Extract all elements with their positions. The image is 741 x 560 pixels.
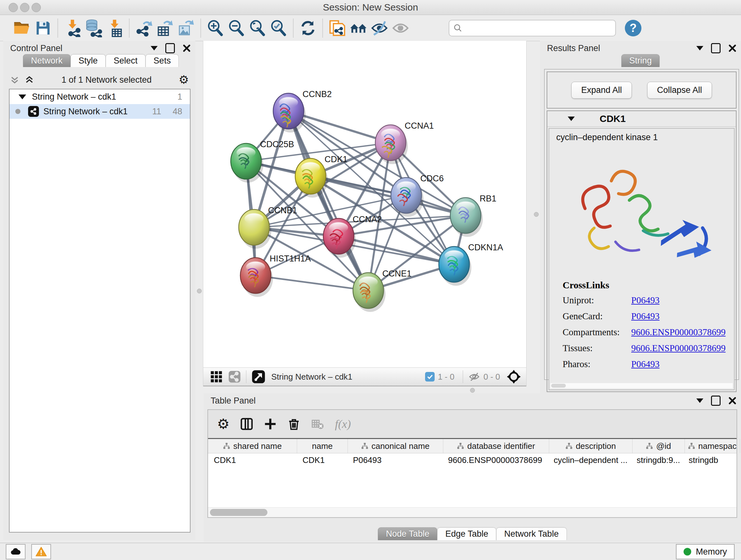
close-panel-icon[interactable] <box>183 44 191 52</box>
zoom-selected-button[interactable] <box>268 17 289 39</box>
crosslink-link[interactable]: P06493 <box>631 295 660 306</box>
delete-column-icon[interactable] <box>287 418 300 430</box>
table-tab-edge-table[interactable]: Edge Table <box>437 527 496 540</box>
birds-eye-view-icon[interactable] <box>507 369 521 384</box>
column-header-description[interactable]: description <box>549 439 632 453</box>
collapse-all-button[interactable]: Collapse All <box>647 82 712 99</box>
cloud-status-button[interactable] <box>6 544 25 559</box>
selected-checkbox-icon[interactable] <box>425 372 434 381</box>
control-tab-select[interactable]: Select <box>106 54 145 67</box>
main-toolbar: ? <box>0 15 741 41</box>
import-network-from-database-button[interactable] <box>83 17 104 39</box>
crosslink-link[interactable]: P06493 <box>631 359 660 369</box>
hidden-counts: 0 - 0 <box>483 372 500 382</box>
column-header-@id[interactable]: @id <box>632 439 685 453</box>
float-panel-icon[interactable] <box>165 43 175 53</box>
table-cell: cyclin–dependent ... <box>548 453 631 467</box>
node-count: 11 <box>152 107 161 117</box>
network-row[interactable]: String Network – cdk1 11 48 <box>10 104 190 119</box>
float-panel-icon[interactable] <box>711 395 721 406</box>
table-options-gear-icon[interactable]: ⚙ <box>217 417 229 431</box>
import-network-from-file-button[interactable] <box>62 17 83 39</box>
add-column-icon[interactable] <box>264 418 277 430</box>
network-node-CCNB2[interactable]: CCNB2 <box>273 89 332 132</box>
gene-entry-header[interactable]: CDK1 <box>547 111 736 127</box>
first-neighbors-button[interactable] <box>348 17 369 39</box>
control-tab-network[interactable]: Network <box>23 54 71 67</box>
network-node-CDK1[interactable]: CDK1 <box>295 154 347 198</box>
grid-view-icon[interactable] <box>210 371 222 383</box>
export-network-button[interactable] <box>133 17 154 39</box>
table-horizontal-scrollbar[interactable] <box>208 507 737 517</box>
collapse-all-icon[interactable] <box>10 75 20 85</box>
network-node-CCNB1[interactable]: CCNB1 <box>239 206 297 249</box>
table-row[interactable]: CDK1CDK1P064939606.ENSP00000378699cyclin… <box>208 453 737 467</box>
column-header-canonical-name[interactable]: canonical name <box>348 439 443 453</box>
network-node-CCNA2[interactable]: CCNA2 <box>323 214 382 258</box>
network-view-icon[interactable] <box>228 370 241 383</box>
network-node-CDC6[interactable]: CDC6 <box>391 174 444 217</box>
hidden-eye-icon[interactable] <box>468 371 480 383</box>
panel-menu-icon[interactable] <box>696 46 703 51</box>
results-tab-string[interactable]: String <box>621 54 660 67</box>
show-columns-icon[interactable] <box>240 418 253 430</box>
zoom-in-button[interactable] <box>205 17 226 39</box>
detach-view-icon[interactable] <box>252 370 266 384</box>
float-panel-icon[interactable] <box>711 43 721 53</box>
column-header-shared-name[interactable]: shared name <box>208 439 297 453</box>
table-tab-node-table[interactable]: Node Table <box>378 527 437 540</box>
table-tab-network-table[interactable]: Network Table <box>496 527 567 540</box>
control-tab-style[interactable]: Style <box>71 54 106 67</box>
window-title: Session: New Session <box>0 2 741 13</box>
crosslink-link[interactable]: 9606.ENSP00000378699 <box>631 343 726 354</box>
refresh-view-button[interactable] <box>297 17 319 39</box>
network-node-HIST1H1A[interactable]: HIST1H1A <box>240 254 311 297</box>
close-panel-icon[interactable] <box>728 44 737 52</box>
export-image-button[interactable] <box>176 17 197 39</box>
database-network-icon <box>84 19 103 37</box>
table-cell: CDK1 <box>208 453 297 467</box>
network-node-CCNA1[interactable]: CCNA1 <box>375 121 434 164</box>
crosslink-link[interactable]: P06493 <box>631 311 660 321</box>
column-header-namespac[interactable]: namespac <box>685 439 740 453</box>
tree-expand-icon[interactable] <box>18 95 26 99</box>
expand-all-button[interactable]: Expand All <box>571 82 632 99</box>
right-splitter-handle[interactable] <box>534 212 539 217</box>
save-session-button[interactable] <box>32 17 54 39</box>
entry-scrollbar[interactable] <box>550 383 733 388</box>
panel-menu-icon[interactable] <box>696 398 703 403</box>
network-node-CDC25B[interactable]: CDC25B <box>231 139 294 183</box>
node-label-CDKN1A: CDKN1A <box>468 243 503 252</box>
network-view: CCNB2CCNA1CDC25BCDK1CDC6RB1CCNB1CCNA2CDK… <box>203 41 527 386</box>
left-splitter-handle[interactable] <box>197 289 202 294</box>
zoom-out-button[interactable] <box>226 17 247 39</box>
network-collection-row[interactable]: String Network – cdk1 1 <box>10 89 190 104</box>
memory-button[interactable]: Memory <box>676 544 735 559</box>
column-header-name[interactable]: name <box>297 439 348 453</box>
panel-menu-icon[interactable] <box>151 46 158 51</box>
show-all-button[interactable] <box>390 17 411 39</box>
close-panel-icon[interactable] <box>728 396 737 405</box>
warning-status-button[interactable] <box>31 544 51 559</box>
import-table-from-file-button[interactable] <box>104 17 125 39</box>
search-input[interactable] <box>463 23 611 33</box>
network-selection-bar: 1 of 1 Network selected ⚙ <box>10 72 189 87</box>
collapse-entry-icon[interactable] <box>568 117 575 121</box>
clone-network-button[interactable] <box>327 17 348 39</box>
network-options-gear-icon[interactable]: ⚙ <box>179 74 189 85</box>
column-header-database-identifier[interactable]: database identifier <box>443 439 549 453</box>
crosslink-link[interactable]: 9606.ENSP00000378699 <box>631 327 726 337</box>
expand-all-icon[interactable] <box>24 75 35 85</box>
export-table-button[interactable] <box>154 17 176 39</box>
control-tab-sets[interactable]: Sets <box>145 54 179 67</box>
network-node-CDKN1A[interactable]: CDKN1A <box>439 243 503 286</box>
table-header-row: shared namenamecanonical namedatabase id… <box>208 439 737 453</box>
network-node-CCNE1[interactable]: CCNE1 <box>353 269 412 312</box>
help-button[interactable]: ? <box>625 20 642 37</box>
hide-selection-button[interactable] <box>369 17 390 39</box>
horizontal-splitter-handle[interactable] <box>470 388 475 393</box>
zoom-fit-content-button[interactable] <box>247 17 268 39</box>
network-node-RB1[interactable]: RB1 <box>450 194 496 237</box>
open-session-button[interactable] <box>11 17 32 39</box>
network-graph[interactable]: CCNB2CCNA1CDC25BCDK1CDC6RB1CCNB1CCNA2CDK… <box>203 41 526 368</box>
